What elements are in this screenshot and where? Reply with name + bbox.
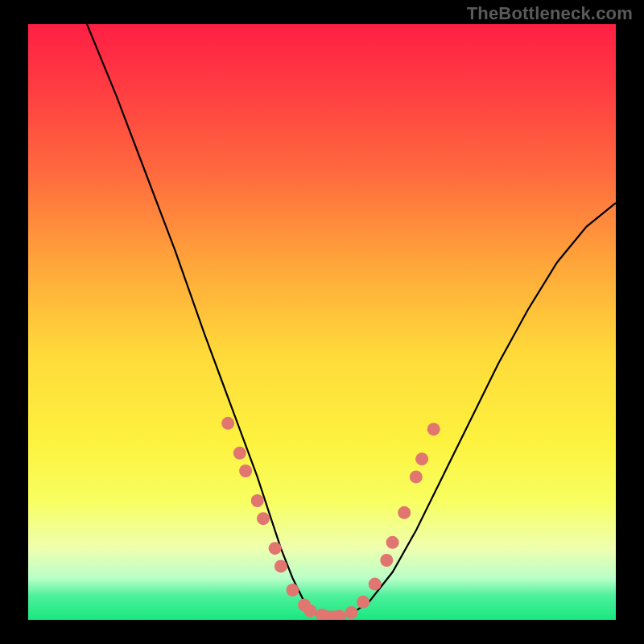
data-marker [287,584,299,597]
data-marker [221,417,234,430]
curve-markers [221,417,440,620]
bottleneck-curve [87,24,616,617]
curve-svg [28,24,616,620]
chart-area [28,24,616,620]
data-marker [357,596,369,609]
data-marker [345,606,358,619]
data-marker [269,542,282,555]
data-marker [369,578,382,591]
data-marker [233,447,246,460]
data-marker [427,423,440,436]
data-marker [239,464,252,477]
data-marker [398,506,411,519]
data-marker [251,494,264,507]
data-marker [415,452,428,465]
data-marker [410,470,423,483]
data-marker [386,536,399,549]
data-marker [257,512,270,525]
data-marker [380,554,393,567]
data-marker [303,605,316,617]
watermark-text: TheBottleneck.com [467,3,633,24]
data-marker [275,559,287,572]
